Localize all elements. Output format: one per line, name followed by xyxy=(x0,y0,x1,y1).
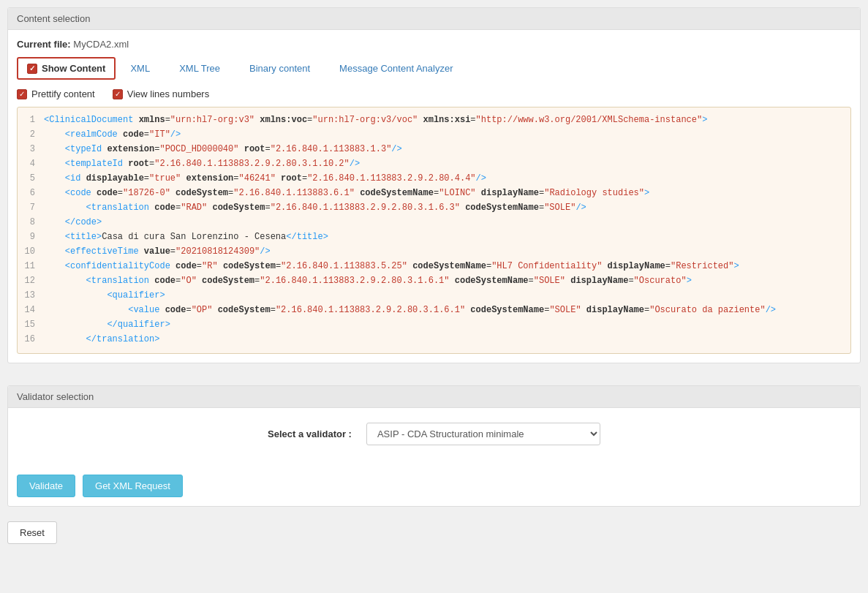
line-number: 4 xyxy=(18,157,44,171)
line-content: </qualifier> xyxy=(44,318,170,332)
prettify-label: Prettify content xyxy=(31,88,95,99)
line-number: 7 xyxy=(18,201,44,215)
xml-line: 8 </code> xyxy=(18,216,850,230)
line-number: 11 xyxy=(18,260,44,273)
xml-line: 6 <code code="18726-0" codeSystem="2.16.… xyxy=(18,186,850,201)
xml-line: 13 <qualifier> xyxy=(18,289,850,303)
section-title: Content selection xyxy=(17,13,90,24)
validator-header: Validator selection xyxy=(8,386,860,408)
xml-line: 14 <value code="OP" codeSystem="2.16.840… xyxy=(18,303,850,318)
line-content: <id displayable="true" extension="46241"… xyxy=(44,172,486,186)
show-content-label: Show Content xyxy=(42,63,105,74)
content-selection-body: Current file: MyCDA2.xml ✓ Show Content … xyxy=(8,30,860,363)
validator-section: Validator selection Select a validator :… xyxy=(7,385,861,507)
get-xml-request-button[interactable]: Get XML Request xyxy=(83,475,183,497)
line-content: <title>Casa di cura San Lorenzino - Cese… xyxy=(44,230,328,244)
validator-body: Select a validator : ASIP - CDA Structur… xyxy=(8,408,860,475)
validator-label: Select a validator : xyxy=(268,428,352,439)
current-file-label: Current file: xyxy=(17,39,71,50)
reset-section: Reset xyxy=(0,514,868,551)
validator-select[interactable]: ASIP - CDA Structuration minimaleASIP - … xyxy=(366,423,600,445)
xml-line: 11 <confidentialityCode code="R" codeSys… xyxy=(18,260,850,274)
content-selection-section: Content selection Current file: MyCDA2.x… xyxy=(7,7,861,363)
xml-line: 5 <id displayable="true" extension="4624… xyxy=(18,172,850,186)
line-number: 14 xyxy=(18,303,44,317)
page-wrapper: Content selection Current file: MyCDA2.x… xyxy=(0,7,868,593)
line-number: 6 xyxy=(18,186,44,200)
line-content: <translation code="O" codeSystem="2.16.8… xyxy=(44,274,692,288)
view-lines-option[interactable]: ✓ View lines numbers xyxy=(113,88,209,99)
line-number: 15 xyxy=(18,318,44,332)
line-content: <qualifier> xyxy=(44,289,165,303)
tab-message-content-analyzer[interactable]: Message Content Analyzer xyxy=(325,58,467,78)
options-row: ✓ Prettify content ✓ View lines numbers xyxy=(17,88,851,99)
line-content: </translation> xyxy=(44,333,159,347)
line-content: <typeId extension="POCD_HD000040" root="… xyxy=(44,143,402,156)
tab-show-content[interactable]: ✓ Show Content xyxy=(17,57,116,80)
line-content: <effectiveTime value="20210818124309"/> xyxy=(44,245,271,259)
line-content: <realmCode code="IT"/> xyxy=(44,128,181,142)
line-content: <code code="18726-0" codeSystem="2.16.84… xyxy=(44,186,649,200)
action-buttons: Validate Get XML Request xyxy=(8,475,860,506)
tabs-row: ✓ Show Content XML XML Tree Binary conte… xyxy=(17,57,851,80)
line-content: <confidentialityCode code="R" codeSystem… xyxy=(44,260,739,273)
line-number: 13 xyxy=(18,289,44,303)
xml-line: 16 </translation> xyxy=(18,333,850,347)
line-number: 5 xyxy=(18,172,44,186)
current-file-row: Current file: MyCDA2.xml xyxy=(17,39,851,50)
line-number: 8 xyxy=(18,216,44,230)
line-number: 12 xyxy=(18,274,44,288)
line-number: 3 xyxy=(18,143,44,156)
line-number: 10 xyxy=(18,245,44,259)
validate-button[interactable]: Validate xyxy=(17,475,75,497)
tab-xml[interactable]: XML xyxy=(116,58,165,78)
content-selection-header: Content selection xyxy=(8,8,860,30)
view-lines-label: View lines numbers xyxy=(127,88,209,99)
xml-line: 9 <title>Casa di cura San Lorenzino - Ce… xyxy=(18,230,850,245)
line-content: </code> xyxy=(44,216,102,230)
line-number: 1 xyxy=(18,113,44,127)
current-file-value: MyCDA2.xml xyxy=(73,39,129,50)
line-content: <translation code="RAD" codeSystem="2.16… xyxy=(44,201,586,215)
tab-xml-tree[interactable]: XML Tree xyxy=(165,58,235,78)
line-content: <ClinicalDocument xmlns="urn:hl7-org:v3"… xyxy=(44,113,707,127)
reset-button[interactable]: Reset xyxy=(7,521,57,544)
view-lines-checkbox[interactable]: ✓ xyxy=(113,89,123,99)
show-content-checkbox[interactable]: ✓ xyxy=(27,64,37,74)
line-content: <value code="OP" codeSystem="2.16.840.1.… xyxy=(44,303,776,317)
xml-line: 7 <translation code="RAD" codeSystem="2.… xyxy=(18,201,850,216)
line-number: 2 xyxy=(18,128,44,142)
prettify-checkbox[interactable]: ✓ xyxy=(17,89,27,99)
tab-binary-content[interactable]: Binary content xyxy=(235,58,325,78)
xml-line: 12 <translation code="O" codeSystem="2.1… xyxy=(18,274,850,289)
xml-line: 10 <effectiveTime value="20210818124309"… xyxy=(18,245,850,260)
line-number: 16 xyxy=(18,333,44,347)
validator-row: Select a validator : ASIP - CDA Structur… xyxy=(17,423,851,445)
line-number: 9 xyxy=(18,230,44,244)
xml-content: 1<ClinicalDocument xmlns="urn:hl7-org:v3… xyxy=(17,107,851,354)
line-content: <templateId root="2.16.840.1.113883.2.9.… xyxy=(44,157,360,171)
xml-line: 2 <realmCode code="IT"/> xyxy=(18,128,850,143)
prettify-option[interactable]: ✓ Prettify content xyxy=(17,88,95,99)
xml-line: 4 <templateId root="2.16.840.1.113883.2.… xyxy=(18,157,850,172)
xml-line: 3 <typeId extension="POCD_HD000040" root… xyxy=(18,143,850,157)
xml-line: 15 </qualifier> xyxy=(18,318,850,333)
validator-title: Validator selection xyxy=(17,391,94,402)
xml-line: 1<ClinicalDocument xmlns="urn:hl7-org:v3… xyxy=(18,113,850,128)
